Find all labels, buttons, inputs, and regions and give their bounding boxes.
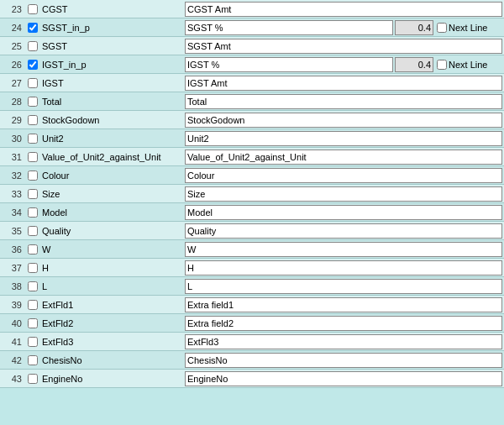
row-enable-checkbox[interactable] <box>28 263 38 273</box>
row-number: 24 <box>0 23 25 33</box>
row-field-name: StockGodown <box>40 115 183 125</box>
row-label-cell <box>183 334 504 349</box>
row-value-input[interactable] <box>395 57 433 72</box>
row-label-input[interactable] <box>185 2 502 17</box>
table-row: 26IGST_in_pNext Line <box>0 55 504 74</box>
table-row: 27IGST <box>0 74 504 92</box>
row-label-input[interactable] <box>185 334 502 349</box>
row-checkbox-cell <box>25 300 40 310</box>
row-label-input[interactable] <box>185 131 502 146</box>
row-field-name: IGST_in_p <box>40 60 183 70</box>
row-label-cell <box>183 168 504 183</box>
row-checkbox-cell <box>25 189 40 199</box>
row-label-cell <box>183 150 504 165</box>
row-number: 29 <box>0 115 25 125</box>
next-line-checkbox[interactable] <box>437 23 447 33</box>
row-enable-checkbox[interactable] <box>28 152 38 162</box>
row-label-input[interactable] <box>185 94 502 109</box>
row-enable-checkbox[interactable] <box>28 207 38 218</box>
row-label-cell <box>183 260 504 275</box>
row-label-input[interactable] <box>185 297 502 312</box>
row-number: 28 <box>0 97 25 107</box>
row-checkbox-cell <box>25 318 40 328</box>
row-label-input[interactable] <box>185 205 502 220</box>
row-field-name: W <box>40 244 183 254</box>
row-enable-checkbox[interactable] <box>28 189 38 199</box>
row-number: 32 <box>0 171 25 181</box>
row-number: 25 <box>0 41 25 51</box>
row-checkbox-cell <box>25 78 40 88</box>
row-value-input[interactable] <box>395 20 433 35</box>
row-enable-checkbox[interactable] <box>28 374 38 384</box>
row-value-cell <box>395 20 437 35</box>
row-label-input[interactable] <box>185 260 502 275</box>
row-enable-checkbox[interactable] <box>28 226 38 236</box>
row-field-name: SGST <box>40 41 183 51</box>
row-enable-checkbox[interactable] <box>28 244 38 254</box>
table-row: 34Model <box>0 203 504 222</box>
row-label-cell <box>183 20 395 35</box>
row-checkbox-cell <box>25 355 40 365</box>
table-row: 37H <box>0 259 504 277</box>
table-row: 23CGST <box>0 0 504 18</box>
row-checkbox-cell <box>25 244 40 254</box>
row-field-name: ExtFld2 <box>40 318 183 328</box>
row-checkbox-cell <box>25 374 40 384</box>
row-field-name: ChesisNo <box>40 355 183 365</box>
row-label-cell <box>183 57 395 72</box>
row-enable-checkbox[interactable] <box>28 115 38 125</box>
table-row: 31Value_of_Unit2_against_Unit <box>0 148 504 166</box>
row-number: 23 <box>0 4 25 14</box>
row-label-input[interactable] <box>185 242 502 257</box>
table-row: 35Quality <box>0 222 504 240</box>
table-row: 32Colour <box>0 166 504 185</box>
row-label-input[interactable] <box>185 316 502 331</box>
row-label-input[interactable] <box>185 113 502 128</box>
row-field-name: Model <box>40 207 183 218</box>
row-label-cell <box>183 94 504 109</box>
row-checkbox-cell <box>25 4 40 14</box>
row-enable-checkbox[interactable] <box>28 337 38 347</box>
row-nextline-cell: Next Line <box>437 60 504 70</box>
row-label-input[interactable] <box>185 57 393 72</box>
row-enable-checkbox[interactable] <box>28 60 38 70</box>
next-line-checkbox[interactable] <box>437 60 447 70</box>
row-label-input[interactable] <box>185 150 502 165</box>
row-field-name: L <box>40 281 183 291</box>
row-enable-checkbox[interactable] <box>28 171 38 181</box>
row-enable-checkbox[interactable] <box>28 300 38 310</box>
row-enable-checkbox[interactable] <box>28 4 38 14</box>
next-line-label: Next Line <box>449 23 487 33</box>
row-label-input[interactable] <box>185 279 502 294</box>
row-field-name: IGST <box>40 78 183 88</box>
row-enable-checkbox[interactable] <box>28 318 38 328</box>
row-label-input[interactable] <box>185 20 393 35</box>
row-label-cell <box>183 242 504 257</box>
row-number: 43 <box>0 374 25 384</box>
row-field-name: Total <box>40 97 183 107</box>
row-enable-checkbox[interactable] <box>28 355 38 365</box>
row-checkbox-cell <box>25 60 40 70</box>
row-field-name: Quality <box>40 226 183 236</box>
row-number: 36 <box>0 244 25 254</box>
row-label-input[interactable] <box>185 168 502 183</box>
row-enable-checkbox[interactable] <box>28 97 38 107</box>
row-field-name: Unit2 <box>40 134 183 144</box>
row-label-input[interactable] <box>185 186 502 202</box>
row-label-input[interactable] <box>185 39 502 54</box>
row-label-input[interactable] <box>185 76 502 91</box>
row-enable-checkbox[interactable] <box>28 134 38 144</box>
row-field-name: CGST <box>40 4 183 14</box>
row-enable-checkbox[interactable] <box>28 23 38 33</box>
row-enable-checkbox[interactable] <box>28 281 38 291</box>
row-enable-checkbox[interactable] <box>28 78 38 88</box>
row-label-input[interactable] <box>185 223 502 239</box>
row-label-input[interactable] <box>185 353 502 368</box>
main-container[interactable]: 23CGST24SGST_in_pNext Line25SGST26IGST_i… <box>0 0 504 425</box>
row-number: 39 <box>0 300 25 310</box>
row-label-input[interactable] <box>185 371 502 386</box>
row-number: 41 <box>0 337 25 347</box>
row-enable-checkbox[interactable] <box>28 41 38 51</box>
row-checkbox-cell <box>25 226 40 236</box>
table-row: 25SGST <box>0 37 504 55</box>
